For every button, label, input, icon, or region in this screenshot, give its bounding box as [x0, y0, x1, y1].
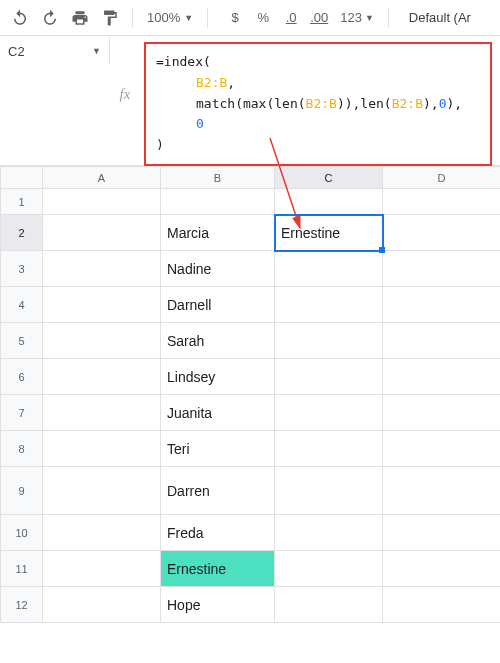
row-header[interactable]: 8 [1, 431, 43, 467]
toolbar: 100% ▼ $ % .0 .00 123 ▼ Default (Ar [0, 0, 500, 36]
fx-icon: fx [116, 86, 134, 103]
cell[interactable] [383, 323, 501, 359]
font-dropdown[interactable]: Default (Ar [409, 10, 471, 25]
row-header[interactable]: 7 [1, 395, 43, 431]
cell[interactable] [43, 467, 161, 515]
column-header[interactable]: B [161, 167, 275, 189]
cell[interactable] [383, 431, 501, 467]
cell[interactable] [43, 251, 161, 287]
column-header[interactable]: D [383, 167, 501, 189]
cell[interactable] [383, 359, 501, 395]
cell[interactable]: Teri [161, 431, 275, 467]
print-button[interactable] [66, 4, 94, 32]
cell[interactable] [275, 551, 383, 587]
cell[interactable] [383, 515, 501, 551]
row-header[interactable]: 3 [1, 251, 43, 287]
cell[interactable] [383, 551, 501, 587]
cell[interactable] [383, 467, 501, 515]
spreadsheet-grid: A B C D 12MarciaErnestine3Nadine4Darnell… [0, 166, 500, 623]
redo-button[interactable] [36, 4, 64, 32]
cell[interactable]: Freda [161, 515, 275, 551]
zoom-dropdown[interactable]: 100% ▼ [141, 10, 199, 25]
cell[interactable] [275, 587, 383, 623]
increase-decimal-button[interactable]: .00 [306, 4, 332, 32]
undo-button[interactable] [6, 4, 34, 32]
row-header[interactable]: 10 [1, 515, 43, 551]
select-all-corner[interactable] [1, 167, 43, 189]
cell[interactable] [275, 251, 383, 287]
cell[interactable]: Marcia [161, 215, 275, 251]
number-format-group: $ % .0 .00 123 ▼ [222, 4, 380, 32]
chevron-down-icon: ▼ [92, 46, 101, 56]
cell[interactable] [43, 587, 161, 623]
format-percent-button[interactable]: % [250, 4, 276, 32]
chevron-down-icon: ▼ [365, 13, 374, 23]
row-header[interactable]: 11 [1, 551, 43, 587]
cell[interactable] [43, 551, 161, 587]
more-formats-dropdown[interactable]: 123 ▼ [334, 4, 380, 32]
row-header[interactable]: 1 [1, 189, 43, 215]
cell[interactable] [43, 395, 161, 431]
cell[interactable]: Darren [161, 467, 275, 515]
chevron-down-icon: ▼ [184, 13, 193, 23]
cell[interactable] [43, 323, 161, 359]
cell[interactable]: Ernestine [275, 215, 383, 251]
cell[interactable]: Sarah [161, 323, 275, 359]
cell[interactable] [275, 431, 383, 467]
row-header[interactable]: 9 [1, 467, 43, 515]
name-box[interactable]: C2 ▼ [0, 38, 110, 64]
zoom-value: 100% [147, 10, 180, 25]
cell[interactable] [43, 359, 161, 395]
row-header[interactable]: 6 [1, 359, 43, 395]
cell[interactable]: Darnell [161, 287, 275, 323]
cell[interactable] [275, 395, 383, 431]
cell[interactable]: Juanita [161, 395, 275, 431]
row-header[interactable]: 5 [1, 323, 43, 359]
paint-format-button[interactable] [96, 4, 124, 32]
row-header[interactable]: 12 [1, 587, 43, 623]
cell[interactable] [383, 189, 501, 215]
cell[interactable]: Ernestine [161, 551, 275, 587]
divider [132, 8, 133, 28]
cell[interactable]: Lindsey [161, 359, 275, 395]
cell[interactable] [43, 431, 161, 467]
cell[interactable] [383, 395, 501, 431]
formula-input[interactable]: =index( B2:B, match(max(len(B2:B)),len(B… [144, 42, 492, 166]
cell[interactable] [275, 359, 383, 395]
format-currency-button[interactable]: $ [222, 4, 248, 32]
row-header[interactable]: 4 [1, 287, 43, 323]
cell[interactable] [383, 251, 501, 287]
column-header[interactable]: C [275, 167, 383, 189]
cell[interactable] [161, 189, 275, 215]
cell[interactable] [383, 215, 501, 251]
decrease-decimal-button[interactable]: .0 [278, 4, 304, 32]
cell[interactable] [383, 287, 501, 323]
formula-bar-row: C2 ▼ fx =index( B2:B, match(max(len(B2:B… [0, 36, 500, 166]
cell[interactable] [43, 189, 161, 215]
active-cell-ref: C2 [8, 44, 25, 59]
cell[interactable]: Hope [161, 587, 275, 623]
row-header[interactable]: 2 [1, 215, 43, 251]
cell[interactable] [275, 189, 383, 215]
column-header[interactable]: A [43, 167, 161, 189]
cell[interactable] [275, 515, 383, 551]
cell[interactable] [43, 287, 161, 323]
cell[interactable] [43, 515, 161, 551]
cell[interactable] [43, 215, 161, 251]
divider [388, 8, 389, 28]
cell[interactable]: Nadine [161, 251, 275, 287]
cell[interactable] [275, 287, 383, 323]
cell[interactable] [275, 467, 383, 515]
cell[interactable] [275, 323, 383, 359]
divider [207, 8, 208, 28]
cell[interactable] [383, 587, 501, 623]
